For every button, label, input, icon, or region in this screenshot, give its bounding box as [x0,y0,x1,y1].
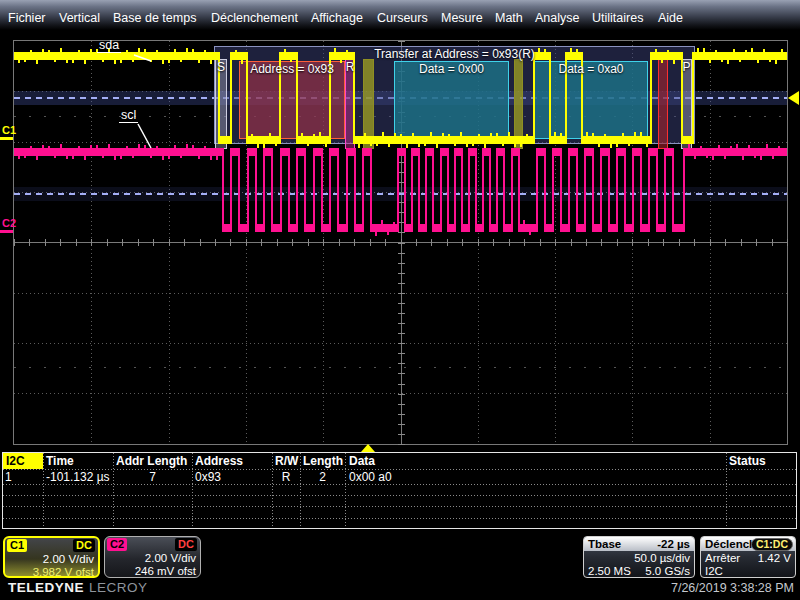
menu-item-aide[interactable]: Aide [658,11,683,25]
table-cell-rw: R [272,470,300,484]
table-row[interactable]: 1-101.132 µs70x93R20x00 a0 [3,470,796,484]
decode-start-label: S [209,60,233,74]
table-header-r-w: R/W [275,454,298,468]
c2-vertical-scale: 2.00 V/div [145,552,196,564]
menu-item-curseurs[interactable]: Curseurs [377,11,428,25]
trigger-level-arrow-icon[interactable] [788,91,799,105]
trigger-level: 1.42 V [758,552,791,565]
grid-tick [398,444,405,445]
menu-item-vertical[interactable]: Vertical [59,11,100,25]
table-col-separator [345,453,346,528]
table-header-addr-length: Addr Length [116,454,187,468]
channel-offset-dash-c2[interactable] [0,230,13,233]
table-cell-address: 0x93 [195,470,270,484]
channel-descriptor-c2[interactable]: C2 DC 2.00 V/div 246 mV ofst [104,536,201,578]
brand-logo: TELEDYNELECROY [8,580,148,595]
table-header-data: Data [349,454,375,468]
trigger-mode: Arrêter [705,552,740,565]
channel-marker-c2[interactable]: C2 [2,217,16,229]
decode-stop-label: P [675,60,698,74]
c2-header: C2 DC [105,538,200,552]
trigger-source-badge: C1:DC [751,538,793,551]
trigger-source: C1 [756,538,769,550]
c2-channel-badge: C2 [107,538,127,551]
i2c-decode-table: I2CTimeAddr LengthAddressR/WLengthDataSt… [2,452,797,529]
trigger-label: Déclench [705,537,756,551]
table-col-separator [272,453,273,528]
table-col-separator [300,453,301,528]
menu-item-fichier[interactable]: Fichier [8,11,46,25]
table-cell-time: -101.132 µs [46,470,111,484]
table-row-separator [3,506,796,507]
timebase-sample-rate: 5.0 GS/s [645,565,690,578]
c1-vertical-scale: 2.00 V/div [43,553,94,565]
table-col-separator [43,453,44,528]
table-protocol-cell[interactable]: I2C [3,453,43,469]
table-cell-length: 2 [300,470,345,484]
brand-teledyne: TELEDYNE [8,580,84,595]
decode-address-label: Address = 0x93 [233,62,351,76]
c1-offset: 3.982 V ofst [33,566,94,578]
c2-offset: 246 mV ofst [135,565,196,577]
c1-coupling-badge: DC [73,539,95,552]
channel-marker-c1[interactable]: C1 [2,124,16,136]
menu-item-math[interactable]: Math [495,11,523,25]
timebase-label: Tbase [588,537,621,551]
table-row-separator [3,484,796,485]
table-header-time: Time [46,454,74,468]
menu-item-mesure[interactable]: Mesure [441,11,483,25]
decode-data-label: Data = 0xa0 [528,62,654,76]
table-header-status: Status [729,454,766,468]
menu-item-base-de-temps[interactable]: Base de temps [113,11,196,25]
trigger-header: Déclench C1:DC [701,537,795,551]
waveform-graticule: Transfer at Address = 0x93(R)SAddress = … [13,40,788,445]
trigger-descriptor[interactable]: Déclench C1:DC Arrêter 1.42 V I2C [700,536,796,578]
timebase-samples: 2.50 MS [588,565,631,578]
menu-item-d-clenchement[interactable]: Déclenchement [211,11,298,25]
table-col-separator [726,453,727,528]
menu-bar: FichierVerticalBase de tempsDéclenchemen… [0,0,800,30]
timebase-descriptor[interactable]: Tbase -22 µs 50.0 µs/div 2.50 MS 5.0 GS/… [583,536,695,578]
grid-tick [787,239,788,246]
table-col-separator [192,453,193,528]
trigger-coupling: DC [773,538,788,550]
table-cell-data: 0x00 a0 [349,470,724,484]
table-header-address: Address [195,454,243,468]
oscilloscope-screen: FichierVerticalBase de tempsDéclenchemen… [0,0,800,600]
waveform-traces [14,41,787,444]
table-cell-index: 1 [5,470,41,484]
c1-channel-badge: C1 [7,539,27,552]
menu-item-affichage[interactable]: Affichage [311,11,363,25]
menu-item-analyse[interactable]: Analyse [535,11,579,25]
decode-transfer-label: Transfer at Address = 0x93(R) [214,47,695,61]
timebase-scale: 50.0 µs/div [634,552,690,565]
scl-trace-label: scl [119,109,138,123]
timebase-delay: -22 µs [657,537,690,551]
c1-header: C1 DC [5,539,98,553]
table-row-separator [3,518,796,519]
sda-trace-label: sda [97,39,121,53]
table-cell-addr_length: 7 [113,470,192,484]
trigger-time-arrow-icon[interactable] [361,444,375,452]
c2-coupling-badge: DC [175,538,197,551]
channel-offset-dash-c1[interactable] [0,137,13,140]
timebase-header: Tbase -22 µs [584,537,694,551]
channel-descriptor-c1[interactable]: C1 DC 2.00 V/div 3.982 V ofst [3,536,100,578]
trigger-type: I2C [705,565,723,578]
brand-lecroy: LECROY [89,580,148,595]
table-row-separator [3,495,796,496]
decode-data-label: Data = 0x00 [388,62,515,76]
decode-rw-label: R [339,60,361,74]
menu-item-utilitaires[interactable]: Utilitaires [592,11,643,25]
table-header-length: Length [303,454,343,468]
datetime-display: 7/26/2019 3:38:28 PM [671,581,794,595]
table-col-separator [113,453,114,528]
